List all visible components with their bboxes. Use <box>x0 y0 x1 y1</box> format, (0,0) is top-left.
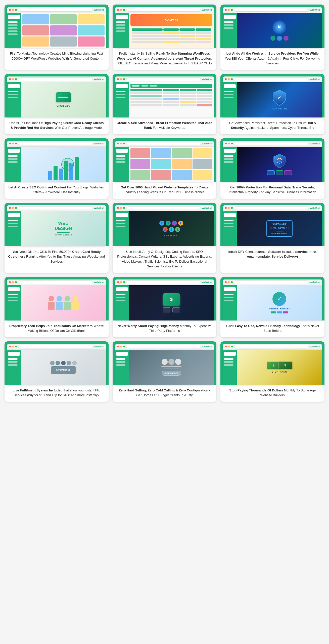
browser-nav-1: WebWise <box>7 7 106 13</box>
dot-red-9 <box>225 143 227 144</box>
url-bar-2 <box>126 8 201 12</box>
browser-content-14: $ <box>115 285 214 320</box>
browser-content-10: WEB DESIGN 50,000+ Customers <box>7 211 106 246</box>
browser-mockup-12: WebWise SOFTWARE DEVELOPMENT <box>223 205 322 246</box>
sidebar-bar-6a <box>224 91 233 92</box>
svg-text:✓: ✓ <box>277 95 281 100</box>
dot-red-10 <box>9 207 11 209</box>
sidebar-bar-12a <box>224 220 233 221</box>
browser-nav-5: WebWise <box>115 76 214 82</box>
sidebar-logo-17 <box>116 352 128 356</box>
url-bar-9 <box>234 142 309 145</box>
browser-nav-8: WebWise <box>115 141 214 147</box>
browser-main-18: $ $ STOP PAYING <box>237 350 322 385</box>
browser-mockup-3: WebWise AI <box>223 7 322 48</box>
browser-main-10: WEB DESIGN 50,000+ Customers <box>21 211 106 246</box>
card-image-wrapper-14: WebWise $ <box>113 277 217 320</box>
sidebar-bar-10a <box>8 220 18 221</box>
sidebar-bar-11c <box>116 226 126 227</box>
dot-yellow-6 <box>228 78 230 80</box>
browser-main-3: AI <box>237 13 322 48</box>
sidebar-bar-5a <box>116 91 126 92</box>
sidebar-logo-11 <box>116 213 128 217</box>
dot-red-15 <box>225 281 227 283</box>
url-bar-6 <box>234 77 309 81</box>
feature-card-7: WebWise <box>5 138 109 199</box>
browser-mockup-7: WebWise <box>7 141 106 182</box>
sidebar-bar-10b <box>8 223 18 224</box>
dot-red-1 <box>9 9 11 11</box>
sidebar-17 <box>115 350 129 385</box>
template-cell-10 <box>151 170 171 180</box>
browser-content-6: ✓ 100% SECURE <box>223 82 322 117</box>
browser-mockup-10: WebWise WEB DESIGN <box>7 205 106 246</box>
sidebar-bar-8c <box>116 161 126 163</box>
dot-green-14 <box>123 281 125 283</box>
browser-content-3: AI <box>223 13 322 48</box>
browser-nav-9: WebWise <box>223 141 322 147</box>
sidebar-4 <box>7 82 21 117</box>
dot-yellow-4 <box>12 78 14 80</box>
template-cell-5 <box>130 159 150 169</box>
url-bar-13 <box>18 280 93 284</box>
sidebar-logo-7 <box>8 149 20 153</box>
card-text-8: Get Over 1000 Hand Picked Website Templa… <box>113 182 217 199</box>
browser-main-7: SEO <box>21 147 106 182</box>
sidebar-1 <box>7 13 21 48</box>
sidebar-logo-2 <box>116 15 128 19</box>
sidebar-bar-8a <box>116 155 126 157</box>
webwise-logo-5: WebWise <box>202 78 212 80</box>
card-image-wrapper-8: WebWise <box>113 138 217 182</box>
dot-red-2 <box>117 9 119 11</box>
dot-yellow-18 <box>228 346 230 347</box>
sidebar-logo-6 <box>224 84 236 88</box>
url-bar-1 <box>18 8 93 12</box>
sidebar-bar-4b <box>8 94 18 95</box>
sidebar-bar-3 <box>8 27 18 29</box>
url-bar-17 <box>126 345 201 348</box>
sidebar-bar-3a <box>224 21 233 23</box>
sidebar-bar-3c <box>224 27 233 29</box>
browser-main-8 <box>129 147 214 182</box>
dot-yellow-8 <box>120 143 122 144</box>
dot-red-16 <box>9 346 11 347</box>
card-image-wrapper-13: WebWise <box>5 277 109 320</box>
sidebar-bar-4a <box>8 91 18 92</box>
webwise-logo-11: WebWise <box>202 207 212 209</box>
browser-mockup-17: WebWise <box>115 344 214 385</box>
sidebar-bar-13b <box>8 297 18 298</box>
template-cell-11 <box>172 170 192 180</box>
dot-red-17 <box>117 346 119 347</box>
browser-main-17: CONFERENCE <box>129 350 214 385</box>
card-text-4: Use AI To Find Tons Of High Paying Credi… <box>5 117 109 134</box>
sidebar-bar-7c <box>8 161 18 163</box>
sidebar-bar-2b <box>116 24 126 26</box>
svg-text:🔒: 🔒 <box>278 159 281 163</box>
dot-red-13 <box>9 281 11 283</box>
card-text-14: Never Worry About Paying Huge Money Mont… <box>113 320 217 337</box>
webwise-logo-8: WebWise <box>202 142 212 145</box>
card-text-15: 100% Easy To Use, Newbie Friendly Techno… <box>220 320 324 337</box>
feature-card-12: WebWise SOFTWARE DEVELOPMENT <box>220 203 324 273</box>
browser-mockup-14: WebWise $ <box>115 279 214 320</box>
card-image-wrapper-1: WebWise <box>5 5 109 48</box>
sidebar-bar-3b <box>224 24 233 26</box>
sidebar-10 <box>7 211 21 246</box>
sidebar-logo-9 <box>224 149 236 153</box>
sidebar-5 <box>115 82 129 117</box>
sidebar-logo-5 <box>116 84 128 88</box>
browser-content-12: SOFTWARE DEVELOPMENT DFY Client Software <box>223 211 322 246</box>
browser-nav-13: WebWise <box>7 279 106 285</box>
sidebar-bar-15c <box>224 300 233 301</box>
dot-green-8 <box>123 143 125 144</box>
browser-main-16: LIVE MEETING <box>21 350 106 385</box>
dot-yellow-17 <box>120 346 122 347</box>
browser-mockup-18: WebWise $ $ <box>223 344 322 385</box>
browser-content-5 <box>115 82 214 117</box>
webwise-logo-6: WebWise <box>310 78 320 80</box>
dot-yellow-12 <box>228 207 230 209</box>
browser-content-13 <box>7 285 106 320</box>
icon-cell-8 <box>50 36 77 47</box>
card-text-9: Get 100% Protection For Personal Data, T… <box>220 182 324 199</box>
sidebar-bar-1 <box>8 21 18 23</box>
